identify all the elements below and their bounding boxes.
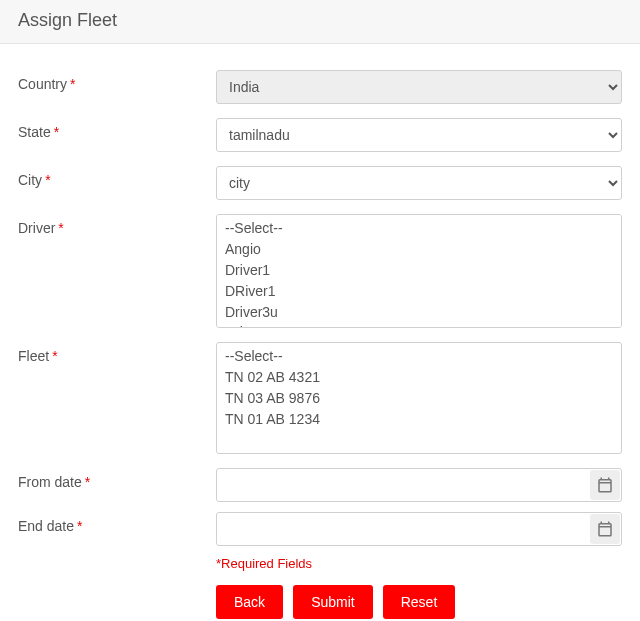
required-asterisk: * [52,348,57,364]
list-item[interactable]: TN 03 AB 9876 [223,388,615,409]
driver-label: Driver* [18,214,216,236]
end-date-label-text: End date [18,518,74,534]
list-item[interactable]: Driver1 [223,260,615,281]
button-row: Back Submit Reset [216,585,622,619]
country-label-text: Country [18,76,67,92]
required-asterisk: * [45,172,50,188]
fleet-label: Fleet* [18,342,216,364]
calendar-icon[interactable] [590,470,620,500]
country-select[interactable]: India [216,70,622,104]
back-button[interactable]: Back [216,585,283,619]
end-date-input[interactable] [216,512,622,546]
required-asterisk: * [54,124,59,140]
required-asterisk: * [77,518,82,534]
reset-button[interactable]: Reset [383,585,456,619]
list-item[interactable]: Driver236 [223,322,615,328]
city-select[interactable]: city [216,166,622,200]
from-date-label: From date* [18,468,216,490]
form: Country* India State* tamilnadu City* ci… [0,44,640,621]
list-item[interactable]: TN 01 AB 1234 [223,409,615,430]
list-item[interactable]: TN 02 AB 4321 [223,367,615,388]
calendar-icon[interactable] [590,514,620,544]
state-label-text: State [18,124,51,140]
required-asterisk: * [58,220,63,236]
country-label: Country* [18,70,216,92]
page-header: Assign Fleet [0,0,640,44]
city-label-text: City [18,172,42,188]
fleet-listbox[interactable]: --Select-- TN 02 AB 4321 TN 03 AB 9876 T… [216,342,622,454]
from-date-label-text: From date [18,474,82,490]
driver-label-text: Driver [18,220,55,236]
state-label: State* [18,118,216,140]
list-item[interactable]: Driver3u [223,302,615,323]
required-asterisk: * [70,76,75,92]
page-title: Assign Fleet [18,10,117,30]
required-fields-note: *Required Fields [216,556,622,571]
from-date-input[interactable] [216,468,622,502]
list-item[interactable]: Angio [223,239,615,260]
city-label: City* [18,166,216,188]
list-item[interactable]: --Select-- [223,218,615,239]
list-item[interactable]: DRiver1 [223,281,615,302]
state-select[interactable]: tamilnadu [216,118,622,152]
submit-button[interactable]: Submit [293,585,373,619]
end-date-label: End date* [18,512,216,534]
driver-listbox[interactable]: --Select-- Angio Driver1 DRiver1 Driver3… [216,214,622,328]
list-item[interactable]: --Select-- [223,346,615,367]
required-asterisk: * [85,474,90,490]
fleet-label-text: Fleet [18,348,49,364]
